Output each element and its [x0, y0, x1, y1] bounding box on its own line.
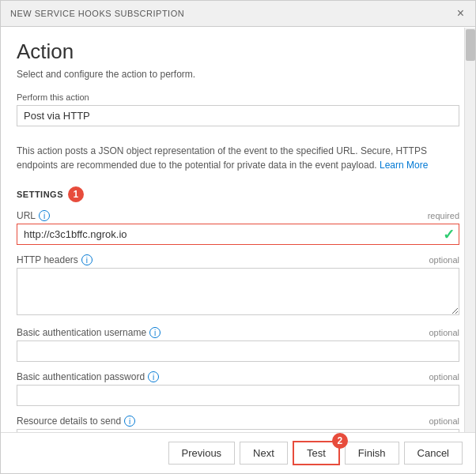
settings-header: SETTINGS 1 — [17, 186, 459, 202]
url-field-row: URL i required ✓ — [17, 210, 459, 245]
auth-password-field-row: Basic authentication password i optional — [17, 371, 459, 406]
scrollbar-thumb — [466, 29, 475, 61]
url-info-icon[interactable]: i — [39, 210, 50, 221]
auth-password-input[interactable] — [17, 385, 459, 406]
auth-password-header: Basic authentication password i optional — [17, 371, 459, 382]
page-subtext: Select and configure the action to perfo… — [17, 69, 459, 80]
auth-password-status: optional — [429, 372, 459, 382]
cancel-button[interactable]: Cancel — [404, 442, 463, 465]
test-badge: 2 — [332, 433, 348, 449]
http-headers-status: optional — [429, 255, 459, 265]
perform-action-label: Perform this action — [17, 92, 459, 102]
page-heading: Action — [17, 40, 459, 64]
info-text: This action posts a JSON object represen… — [17, 145, 427, 171]
auth-username-input[interactable] — [17, 340, 459, 362]
previous-button[interactable]: Previous — [168, 442, 236, 465]
dialog-title: NEW SERVICE HOOKS SUBSCRIPTION — [10, 9, 184, 18]
dialog-footer: Previous Next Test 2 Finish Cancel — [1, 432, 475, 473]
finish-button[interactable]: Finish — [345, 442, 399, 465]
url-field-header: URL i required — [17, 210, 459, 221]
auth-username-label: Basic authentication username i — [17, 327, 161, 338]
scrollbar[interactable] — [464, 28, 475, 432]
resource-details-label: Resource details to send i — [17, 416, 135, 427]
learn-more-link[interactable]: Learn More — [380, 160, 428, 171]
resource-details-header: Resource details to send i optional — [17, 416, 459, 427]
resource-details-field-row: Resource details to send i optional — [17, 416, 459, 432]
url-input-wrapper: ✓ — [17, 224, 459, 245]
http-headers-field-name: HTTP headers i — [17, 254, 93, 265]
http-headers-info-icon[interactable]: i — [81, 254, 93, 265]
auth-username-status: optional — [429, 328, 459, 337]
http-headers-field-row: HTTP headers i optional — [17, 254, 459, 318]
url-check-icon: ✓ — [443, 226, 455, 243]
url-field-status: required — [428, 211, 459, 220]
info-box: This action posts a JSON object represen… — [17, 144, 459, 172]
resource-details-status: optional — [429, 416, 459, 426]
auth-password-info-icon[interactable]: i — [148, 371, 159, 382]
perform-action-input[interactable] — [17, 105, 459, 126]
next-button[interactable]: Next — [240, 442, 288, 465]
test-button-wrapper: Test 2 — [293, 441, 340, 465]
dialog-titlebar: NEW SERVICE HOOKS SUBSCRIPTION × — [1, 1, 475, 27]
settings-label: SETTINGS — [17, 190, 63, 199]
auth-username-header: Basic authentication username i optional — [17, 327, 459, 338]
url-field-name: URL i — [17, 210, 50, 221]
dialog: NEW SERVICE HOOKS SUBSCRIPTION × Action … — [0, 0, 476, 474]
perform-action-field: Perform this action — [17, 92, 459, 126]
auth-username-field-row: Basic authentication username i optional — [17, 327, 459, 362]
http-headers-input[interactable] — [17, 268, 459, 315]
dialog-body: Action Select and configure the action t… — [1, 27, 475, 432]
http-headers-field-header: HTTP headers i optional — [17, 254, 459, 265]
url-input[interactable] — [17, 224, 459, 245]
settings-badge: 1 — [68, 186, 84, 202]
resource-details-info-icon[interactable]: i — [124, 416, 135, 427]
auth-username-info-icon[interactable]: i — [149, 327, 161, 338]
close-button[interactable]: × — [455, 7, 466, 20]
auth-password-label: Basic authentication password i — [17, 371, 159, 382]
